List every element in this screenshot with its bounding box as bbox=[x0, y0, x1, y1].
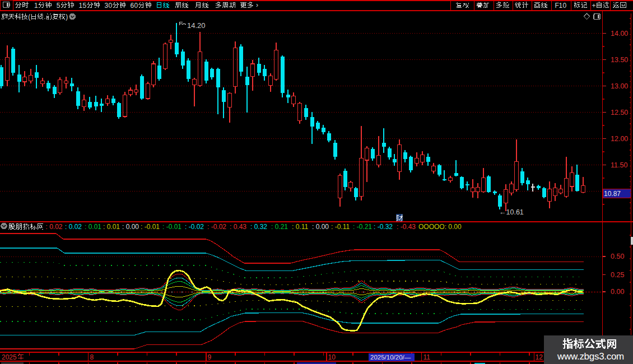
svg-text:: 0.43: : 0.43 bbox=[230, 223, 246, 231]
svg-text:: -0.11: : -0.11 bbox=[331, 223, 350, 231]
svg-text:: -0.43: : -0.43 bbox=[397, 223, 416, 231]
svg-text:←10.61: ←10.61 bbox=[499, 208, 524, 216]
svg-text:1: 1 bbox=[34, 2, 38, 10]
svg-text:: 0.00: : 0.00 bbox=[122, 223, 139, 231]
svg-text:0: 0 bbox=[109, 2, 113, 10]
svg-text:14.20: 14.20 bbox=[187, 21, 206, 30]
svg-text:: 0.02: : 0.02 bbox=[46, 223, 63, 231]
svg-text:12: 12 bbox=[536, 353, 543, 361]
svg-text:12.00: 12.00 bbox=[611, 135, 628, 143]
svg-text:12.50: 12.50 bbox=[611, 109, 628, 116]
svg-text:10.87: 10.87 bbox=[604, 190, 621, 198]
svg-text:11: 11 bbox=[423, 353, 431, 361]
svg-text:: 0.21: : 0.21 bbox=[271, 223, 288, 231]
svg-text:.: . bbox=[44, 13, 45, 21]
svg-text:6: 6 bbox=[130, 2, 134, 10]
svg-text:2025/10/20/—: 2025/10/20/— bbox=[370, 354, 411, 361]
svg-text:: 0.11: : 0.11 bbox=[292, 223, 308, 231]
svg-text:13.50: 13.50 bbox=[611, 56, 628, 64]
svg-text:: -0.01: : -0.01 bbox=[162, 223, 181, 231]
svg-text:: 0.01: : 0.01 bbox=[85, 223, 101, 231]
svg-text:11.50: 11.50 bbox=[611, 161, 627, 169]
svg-text:5: 5 bbox=[57, 2, 60, 10]
svg-text:14.00: 14.00 bbox=[611, 30, 628, 38]
svg-text:: 0.00: : 0.00 bbox=[312, 223, 329, 231]
svg-text:: -0.02: : -0.02 bbox=[207, 223, 226, 231]
svg-text:OOOOO: 0.00: OOOOO: 0.00 bbox=[418, 223, 462, 231]
svg-text:+: + bbox=[592, 2, 596, 10]
svg-text:9: 9 bbox=[208, 353, 212, 361]
svg-text:: 0.01: : 0.01 bbox=[103, 223, 120, 231]
svg-text:13.00: 13.00 bbox=[611, 82, 628, 90]
svg-text:3: 3 bbox=[105, 2, 109, 10]
svg-text:: -0.32: : -0.32 bbox=[374, 223, 393, 231]
svg-text:1: 1 bbox=[79, 2, 83, 10]
svg-text:: 0.32: : 0.32 bbox=[250, 223, 267, 231]
svg-text:: -0.01: : -0.01 bbox=[141, 223, 160, 231]
svg-text:5: 5 bbox=[83, 2, 87, 10]
svg-text:: 0.02: : 0.02 bbox=[65, 223, 82, 231]
svg-text:0.50: 0.50 bbox=[611, 253, 624, 260]
svg-text:: -0.21: : -0.21 bbox=[353, 223, 372, 231]
svg-text:8: 8 bbox=[90, 353, 94, 361]
svg-text:www.zbgs3.com: www.zbgs3.com bbox=[557, 351, 624, 362]
svg-text:1: 1 bbox=[559, 2, 563, 10]
svg-text:(: ( bbox=[28, 13, 30, 21]
svg-text:2025: 2025 bbox=[2, 353, 17, 361]
svg-text:): ) bbox=[66, 13, 68, 21]
svg-text:›: › bbox=[256, 1, 258, 9]
svg-text:0.00: 0.00 bbox=[611, 288, 624, 296]
svg-text:: -0.02: : -0.02 bbox=[185, 223, 204, 231]
svg-text:0: 0 bbox=[134, 2, 138, 10]
svg-text:0.25: 0.25 bbox=[611, 271, 624, 279]
svg-text:0: 0 bbox=[563, 2, 567, 10]
svg-text:10: 10 bbox=[328, 353, 336, 361]
